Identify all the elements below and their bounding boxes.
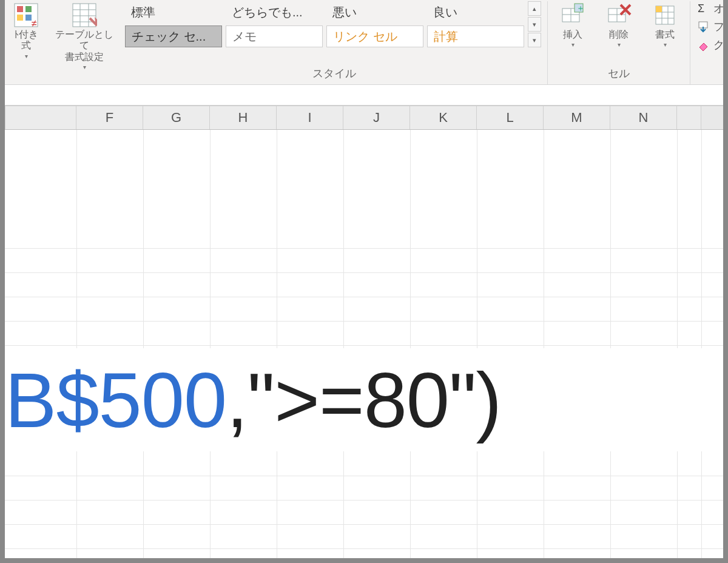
column-header[interactable]: M [544,106,610,129]
svg-rect-2 [25,6,32,12]
autosum-label: オートS [713,1,723,16]
svg-rect-1 [17,6,23,12]
insert-cells-button[interactable]: ＋ 挿入 ▾ [551,1,594,48]
formula-reference-segment: B$500 [5,356,226,445]
style-check-cell[interactable]: チェック セ... [125,25,222,47]
clear-label: クリア [713,38,723,52]
cell-edit-formula[interactable]: B$500,">=80") [5,348,723,451]
conditional-formatting-button[interactable]: ≠ ﾄ付き 式 ▾ [5,1,47,59]
format-as-table-label: テーブルとして 書式設定 [52,29,116,62]
format-cells-label: 書式 [655,29,675,40]
svg-rect-25 [656,6,662,12]
fill-down-icon [698,21,710,33]
style-gallery-more-button[interactable]: ▾ [528,33,541,47]
format-as-table-button[interactable]: テーブルとして 書式設定 ▾ [51,1,118,70]
styles-group-label: スタイル [125,64,544,84]
ribbon: ≠ ﾄ付き 式 ▾ テーブルとして 書式設定 ▾ [5,0,723,85]
gridlines [5,130,723,558]
column-header[interactable]: L [477,106,544,129]
style-standard[interactable]: 標準 [125,1,222,23]
column-header[interactable]: J [343,106,410,129]
column-header[interactable]: N [610,106,677,129]
format-cells-button[interactable]: 書式 ▾ [644,1,686,48]
ribbon-group-styles: 標準 チェック セ... どちらでも... メモ 悪い リンク セル 良い 計算 [121,1,548,84]
sigma-icon: Σ [698,2,710,15]
ribbon-group-editing: Σ オートS フィル ▾ [690,1,723,84]
column-header[interactable]: F [76,106,143,129]
conditional-formatting-label: ﾄ付き 式 [14,29,38,52]
clear-button[interactable]: クリア ▾ [698,38,723,52]
column-header[interactable]: K [410,106,477,129]
column-header[interactable]: H [210,106,277,129]
group-spacer [5,70,118,89]
delete-cells-icon [606,2,632,28]
ribbon-group-cells: ＋ 挿入 ▾ 削除 ▾ 書式 ▾ [548,1,690,84]
svg-text:Σ: Σ [698,2,704,15]
svg-rect-4 [25,15,32,21]
svg-text:≠: ≠ [32,18,37,28]
style-calculation[interactable]: 計算 [427,25,524,47]
dropdown-caret-icon: ▾ [25,53,28,59]
style-gallery-down-button[interactable]: ▾ [528,17,541,32]
autosum-button[interactable]: Σ オートS [698,1,723,16]
format-cells-icon [652,2,678,28]
ribbon-group-formatting: ≠ ﾄ付き 式 ▾ テーブルとして 書式設定 ▾ [5,1,121,84]
column-header[interactable]: I [277,106,343,129]
style-neutral[interactable]: どちらでも... [226,1,323,23]
worksheet-grid[interactable]: B$500,">=80") [5,130,723,558]
dropdown-caret-icon: ▾ [571,41,575,48]
column-header-blank[interactable] [5,106,76,129]
fill-button[interactable]: フィル ▾ [698,19,723,34]
app-frame: ≠ ﾄ付き 式 ▾ テーブルとして 書式設定 ▾ [5,0,723,558]
svg-rect-3 [17,15,23,21]
fill-label: フィル [713,19,723,34]
eraser-icon [698,39,710,51]
delete-cells-button[interactable]: 削除 ▾ [598,1,640,48]
style-gallery-up-button[interactable]: ▴ [528,1,541,16]
conditional-formatting-icon: ≠ [13,2,39,28]
insert-cells-icon: ＋ [560,2,585,28]
formula-text-segment: ,">=80") [226,356,501,445]
insert-cells-label: 挿入 [563,29,582,40]
svg-rect-6 [73,4,96,27]
style-note[interactable]: メモ [226,25,323,47]
dropdown-caret-icon: ▾ [618,41,621,48]
delete-cells-label: 削除 [609,29,629,40]
column-header-row: F G H I J K L M N [5,106,723,130]
group-spacer [694,66,723,84]
svg-text:＋: ＋ [576,3,585,13]
style-good[interactable]: 良い [427,1,524,23]
column-header[interactable]: G [143,106,210,129]
dropdown-caret-icon: ▾ [83,64,86,70]
dropdown-caret-icon: ▾ [664,41,667,48]
format-as-table-icon [72,2,97,28]
cells-group-label: セル [551,64,686,84]
cell-styles-gallery: 標準 チェック セ... どちらでも... メモ 悪い リンク セル 良い 計算 [125,1,544,47]
style-linked-cell[interactable]: リンク セル [326,25,423,47]
style-bad[interactable]: 悪い [326,1,423,23]
column-header-partial[interactable] [677,106,701,129]
style-gallery-scroll: ▴ ▾ ▾ [528,1,541,47]
